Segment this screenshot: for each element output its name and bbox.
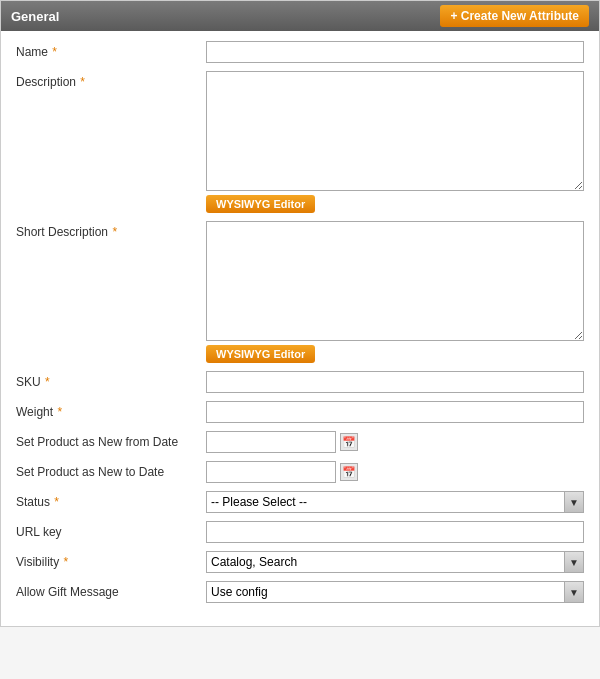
- input-wrap-sku: [206, 371, 584, 393]
- general-panel: General + Create New Attribute Name * De…: [0, 0, 600, 627]
- description-textarea[interactable]: [206, 71, 584, 191]
- field-short-description: Short Description * WYSIWYG Editor: [16, 221, 584, 363]
- panel-body: Name * Description * WYSIWYG Editor Shor…: [1, 31, 599, 626]
- label-short-description: Short Description *: [16, 221, 206, 239]
- label-name: Name *: [16, 41, 206, 59]
- input-wrap-url-key: [206, 521, 584, 543]
- input-wrap-status: -- Please Select -- Enabled Disabled ▼: [206, 491, 584, 513]
- required-marker-visibility: *: [63, 555, 68, 569]
- name-input[interactable]: [206, 41, 584, 63]
- input-wrap-weight: [206, 401, 584, 423]
- panel-title: General: [11, 9, 59, 24]
- select-wrap-allow-gift-message: Use config Yes No ▼: [206, 581, 584, 603]
- label-description: Description *: [16, 71, 206, 89]
- select-wrap-visibility: Not Visible Individually Catalog Search …: [206, 551, 584, 573]
- input-wrap-short-description: WYSIWYG Editor: [206, 221, 584, 363]
- label-new-to-date: Set Product as New to Date: [16, 461, 206, 479]
- new-to-date-input[interactable]: [206, 461, 336, 483]
- calendar-icon-to[interactable]: 📅: [340, 463, 358, 481]
- required-marker-name: *: [52, 45, 57, 59]
- new-from-date-input[interactable]: [206, 431, 336, 453]
- required-marker-weight: *: [57, 405, 62, 419]
- field-allow-gift-message: Allow Gift Message Use config Yes No ▼: [16, 581, 584, 603]
- input-wrap-new-to-date: 📅: [206, 461, 584, 483]
- status-select[interactable]: -- Please Select -- Enabled Disabled: [206, 491, 584, 513]
- input-wrap-allow-gift-message: Use config Yes No ▼: [206, 581, 584, 603]
- input-wrap-new-from-date: 📅: [206, 431, 584, 453]
- short-description-textarea[interactable]: [206, 221, 584, 341]
- panel-header: General + Create New Attribute: [1, 1, 599, 31]
- weight-input[interactable]: [206, 401, 584, 423]
- field-sku: SKU *: [16, 371, 584, 393]
- field-weight: Weight *: [16, 401, 584, 423]
- date-wrap-to: 📅: [206, 461, 358, 483]
- field-status: Status * -- Please Select -- Enabled Dis…: [16, 491, 584, 513]
- short-description-wysiwyg-button[interactable]: WYSIWYG Editor: [206, 345, 315, 363]
- required-marker-description: *: [80, 75, 85, 89]
- visibility-select[interactable]: Not Visible Individually Catalog Search …: [206, 551, 584, 573]
- description-wysiwyg-button[interactable]: WYSIWYG Editor: [206, 195, 315, 213]
- field-new-to-date: Set Product as New to Date 📅: [16, 461, 584, 483]
- label-weight: Weight *: [16, 401, 206, 419]
- create-attribute-button[interactable]: + Create New Attribute: [440, 5, 589, 27]
- calendar-icon-from[interactable]: 📅: [340, 433, 358, 451]
- date-wrap-from: 📅: [206, 431, 358, 453]
- label-new-from-date: Set Product as New from Date: [16, 431, 206, 449]
- url-key-input[interactable]: [206, 521, 584, 543]
- input-wrap-name: [206, 41, 584, 63]
- required-marker-status: *: [54, 495, 59, 509]
- field-name: Name *: [16, 41, 584, 63]
- label-allow-gift-message: Allow Gift Message: [16, 581, 206, 599]
- required-marker-sku: *: [45, 375, 50, 389]
- input-wrap-visibility: Not Visible Individually Catalog Search …: [206, 551, 584, 573]
- label-url-key: URL key: [16, 521, 206, 539]
- required-marker-short-description: *: [112, 225, 117, 239]
- label-status: Status *: [16, 491, 206, 509]
- label-sku: SKU *: [16, 371, 206, 389]
- select-wrap-status: -- Please Select -- Enabled Disabled ▼: [206, 491, 584, 513]
- sku-input[interactable]: [206, 371, 584, 393]
- field-visibility: Visibility * Not Visible Individually Ca…: [16, 551, 584, 573]
- input-wrap-description: WYSIWYG Editor: [206, 71, 584, 213]
- field-description: Description * WYSIWYG Editor: [16, 71, 584, 213]
- allow-gift-message-select[interactable]: Use config Yes No: [206, 581, 584, 603]
- label-visibility: Visibility *: [16, 551, 206, 569]
- field-url-key: URL key: [16, 521, 584, 543]
- field-new-from-date: Set Product as New from Date 📅: [16, 431, 584, 453]
